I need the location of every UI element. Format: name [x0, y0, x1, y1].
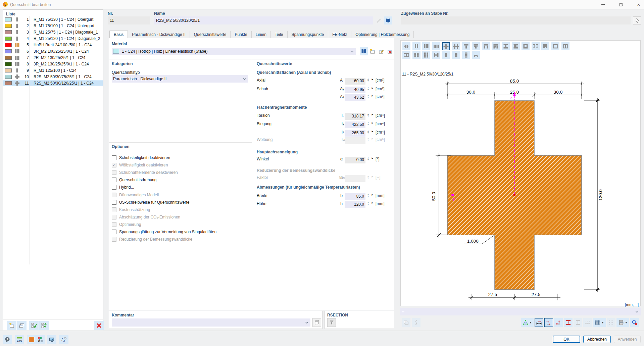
tab-punkte[interactable]: Punkte	[231, 31, 251, 38]
formula-icon[interactable]: fx	[59, 335, 68, 344]
qs-value-field[interactable]: 40.95	[345, 87, 365, 93]
ok-button[interactable]: OK	[553, 336, 580, 343]
section-color-icon[interactable]	[27, 335, 36, 344]
qs-value-field[interactable]: 265.00	[345, 130, 365, 137]
name-library-icon[interactable]	[384, 16, 392, 24]
spinner-control[interactable]: ▲▼	[366, 157, 370, 161]
type-box-section-stiffened[interactable]	[561, 42, 569, 50]
print-icon[interactable]: ▼	[616, 318, 629, 327]
help-icon[interactable]: ?	[3, 335, 12, 344]
list-item[interactable]: 83R_M2 130/25/25/0/1 | 1 - C24	[3, 61, 103, 67]
assigned-members-field[interactable]	[401, 16, 631, 24]
qs-value-field[interactable]: 422.50	[345, 121, 365, 128]
list-item[interactable]: 11R2S_M2 50/30/120/25/1 | 1 - C24	[3, 80, 103, 86]
detail-arrow-icon[interactable]: ►	[371, 201, 374, 204]
new-section-button[interactable]	[7, 321, 16, 330]
detail-arrow-icon[interactable]: ►	[371, 113, 374, 116]
tab-spannungspunkte[interactable]: Spannungspunkte	[288, 31, 329, 38]
checkbox[interactable]	[112, 155, 116, 160]
material-select[interactable]: 1 - C24 | Isotrop | Holz | Linear elasti…	[112, 48, 356, 55]
type-two-member-section[interactable]	[412, 42, 420, 50]
list-item[interactable]: 72R_M2 130/25/25/1 | 1 - C24	[3, 54, 103, 61]
checkbox[interactable]	[112, 200, 116, 205]
type-tee-section[interactable]	[462, 42, 470, 50]
shear-center-icon[interactable]: sc	[554, 318, 563, 327]
spinner-control[interactable]: ▲▼	[366, 201, 370, 205]
type-rect-4-layer-section[interactable]	[462, 51, 470, 59]
type-three-member-section[interactable]	[422, 42, 430, 50]
stress-points-icon[interactable]	[564, 318, 573, 327]
type-h-section[interactable]	[432, 51, 440, 59]
type-rect-section[interactable]	[442, 51, 450, 59]
copy-section-button[interactable]	[17, 321, 27, 330]
list-item[interactable]: 2R_M1 75/100 | 1 - C24 | Untergurt	[3, 22, 103, 29]
qs-value-field[interactable]: 0.00	[345, 157, 365, 163]
list-item[interactable]: 63R_M2 100/25/25/0/1 | 1 - C24	[3, 48, 103, 54]
delete-material-icon[interactable]	[386, 47, 394, 55]
render-mode-icon[interactable]: ▼	[521, 318, 534, 327]
checkbox[interactable]	[112, 178, 116, 182]
qs-value-field[interactable]: 318.17	[345, 113, 365, 120]
pick-members-icon[interactable]	[633, 16, 641, 24]
spinner-control[interactable]: ▲▼	[366, 87, 370, 91]
material-library-icon[interactable]	[360, 47, 368, 55]
tab-querschnittswerte[interactable]: Querschnittswerte	[190, 31, 231, 38]
rename-sections-icon[interactable]: A	[36, 335, 45, 344]
detail-arrow-icon[interactable]: ►	[371, 94, 374, 97]
list-item[interactable]: 9R_M1 125/100 | 1 - C24	[3, 67, 103, 73]
list-item[interactable]: 10R2S_M2 50/30/75/25/1 | 1 - C24	[3, 73, 103, 80]
preview-display-select[interactable]: --	[400, 308, 641, 315]
checkbox[interactable]	[112, 185, 116, 190]
tab-teile[interactable]: Teile	[271, 31, 288, 38]
type-six-square-section[interactable]	[422, 51, 430, 59]
type-double-cross-section[interactable]	[452, 42, 460, 50]
qs-value-field[interactable]: 85.0	[345, 193, 365, 200]
detail-arrow-icon[interactable]: ►	[371, 121, 374, 125]
list-item[interactable]: 3R_M1 25/75 | 1 - C24 | Diagonale_1	[3, 29, 103, 35]
list-item[interactable]: 1R_M1 75/130 | 1 - C24 | Obergurt	[3, 16, 103, 22]
type-log-section[interactable]	[402, 42, 410, 50]
type-four-square-section[interactable]	[412, 51, 420, 59]
type-i-section-reinforced[interactable]	[512, 42, 520, 50]
zoom-reset-icon[interactable]	[630, 318, 639, 327]
kommentar-input[interactable]	[112, 318, 310, 327]
list-item[interactable]: 4R_M1 25/120 | 1 - C24 | Diagonale_2	[3, 35, 103, 42]
restore-icon[interactable]	[613, 0, 629, 9]
invert-selection-button[interactable]	[39, 321, 49, 330]
apply-button[interactable]: Anwenden	[614, 336, 641, 343]
list-item[interactable]: 5HnBH Brett 24/100 /5/0 | 1 - C24	[3, 42, 103, 48]
spinner-control[interactable]: ▲▼	[366, 130, 370, 134]
name-input[interactable]: R2S_M2 50/30/120/25/1	[154, 16, 373, 24]
querschnittstyp-select[interactable]: Parametrisch - Dickwandige II	[112, 75, 248, 83]
qs-value-field[interactable]: 120.0	[345, 201, 365, 208]
tab-optimierung-holzbemessung[interactable]: Optimierung | Holzbemessung	[351, 31, 414, 38]
minimize-icon[interactable]	[595, 0, 611, 9]
type-curved-glulam-section[interactable]	[472, 51, 480, 59]
type-tee-section-reinforced[interactable]	[472, 42, 480, 50]
detail-arrow-icon[interactable]: ►	[371, 130, 374, 133]
type-cross-section[interactable]	[442, 42, 450, 50]
tab-basis[interactable]: Basis	[109, 31, 128, 38]
type-box-section-open[interactable]	[541, 42, 549, 50]
spinner-control[interactable]: ▲▼	[366, 94, 370, 98]
type-channel-section[interactable]	[482, 42, 490, 50]
checkbox[interactable]	[112, 230, 116, 234]
detail-arrow-icon[interactable]: ►	[371, 78, 374, 81]
principal-axes-icon[interactable]: z	[544, 318, 553, 327]
decimal-places-icon[interactable]: 0,00	[15, 335, 24, 344]
spinner-control[interactable]: ▲▼	[366, 78, 370, 82]
select-all-button[interactable]	[29, 321, 39, 330]
copy-comment-icon[interactable]	[312, 318, 321, 327]
type-four-member-section[interactable]	[432, 42, 440, 50]
new-material-icon[interactable]	[368, 47, 377, 55]
type-double-i-section[interactable]	[532, 42, 540, 50]
close-icon[interactable]: ×	[631, 0, 644, 9]
spinner-control[interactable]: ▲▼	[366, 193, 370, 197]
detail-arrow-icon[interactable]: ►	[371, 157, 374, 160]
dimension-lines-icon[interactable]: 100	[535, 318, 543, 327]
detail-arrow-icon[interactable]: ►	[371, 87, 374, 90]
display-properties-icon[interactable]	[47, 335, 56, 344]
type-i-section[interactable]	[502, 42, 510, 50]
qs-value-field[interactable]: 43.62	[345, 94, 365, 101]
cancel-button[interactable]: Abbrechen	[583, 336, 611, 343]
